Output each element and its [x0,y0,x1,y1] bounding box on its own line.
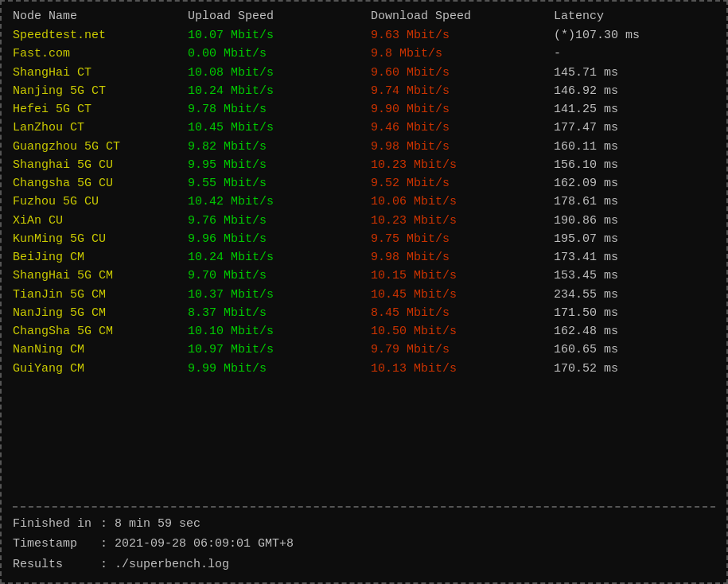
cell-latency: 160.11 ms [554,138,697,156]
cell-download: 9.75 Mbit/s [371,230,554,248]
cell-latency: (*)107.30 ms [554,26,697,45]
cell-name: Shanghai 5G CU [13,156,188,174]
table-row: Shanghai 5G CU9.95 Mbit/s10.23 Mbit/s156… [13,156,715,174]
cell-name: BeiJing CM [13,248,188,267]
cell-download: 9.98 Mbit/s [371,138,554,156]
cell-upload: 9.82 Mbit/s [188,138,371,156]
cell-upload: 10.42 Mbit/s [188,193,371,211]
cell-upload: 10.97 Mbit/s [188,341,371,359]
cell-download: 10.13 Mbit/s [371,360,554,378]
footer-timestamp-label: Timestamp [13,534,100,555]
cell-upload: 9.70 Mbit/s [188,267,371,285]
cell-download: 8.45 Mbit/s [371,304,554,322]
cell-latency: 195.07 ms [554,230,697,248]
footer-finished: Finished in : 8 min 59 sec [13,514,715,535]
footer-finished-label: Finished in [13,514,100,535]
cell-download: 10.23 Mbit/s [371,156,554,174]
table-row: Changsha 5G CU9.55 Mbit/s9.52 Mbit/s162.… [13,174,715,193]
table-row: Fuzhou 5G CU10.42 Mbit/s10.06 Mbit/s178.… [13,193,715,211]
table-row: ChangSha 5G CM10.10 Mbit/s10.50 Mbit/s16… [13,322,715,341]
cell-latency: 234.55 ms [554,286,697,304]
divider [13,506,715,508]
footer-timestamp: Timestamp : 2021-09-28 06:09:01 GMT+8 [13,534,715,555]
footer-timestamp-value: : 2021-09-28 06:09:01 GMT+8 [100,534,294,555]
table-row: TianJin 5G CM10.37 Mbit/s10.45 Mbit/s234… [13,286,715,304]
cell-upload: 10.45 Mbit/s [188,119,371,137]
table-row: NanJing 5G CM8.37 Mbit/s8.45 Mbit/s171.5… [13,304,715,322]
table-row: GuiYang CM9.99 Mbit/s10.13 Mbit/s170.52 … [13,360,715,378]
table-row: ShangHai 5G CM9.70 Mbit/s10.15 Mbit/s153… [13,267,715,285]
cell-latency: 146.92 ms [554,82,697,100]
cell-name: ShangHai CT [13,64,188,82]
footer-results-value: : ./superbench.log [100,555,229,575]
cell-latency: 141.25 ms [554,100,697,119]
cell-latency: 145.71 ms [554,64,697,82]
col-header-name: Node Name [13,10,188,23]
table-row: KunMing 5G CU9.96 Mbit/s9.75 Mbit/s195.0… [13,230,715,248]
cell-upload: 10.24 Mbit/s [188,248,371,267]
cell-download: 9.46 Mbit/s [371,119,554,137]
cell-latency: 162.09 ms [554,174,697,193]
cell-download: 9.8 Mbit/s [371,45,554,63]
table-row: Speedtest.net10.07 Mbit/s9.63 Mbit/s(*)1… [13,26,715,45]
cell-download: 9.79 Mbit/s [371,341,554,359]
cell-upload: 9.96 Mbit/s [188,230,371,248]
col-header-download: Download Speed [371,10,554,23]
cell-latency: 153.45 ms [554,267,697,285]
cell-name: Fuzhou 5G CU [13,193,188,211]
table-row: XiAn CU9.76 Mbit/s10.23 Mbit/s190.86 ms [13,212,715,230]
cell-latency: 173.41 ms [554,248,697,267]
cell-name: XiAn CU [13,212,188,230]
table-row: Fast.com0.00 Mbit/s9.8 Mbit/s- [13,45,715,63]
table-row: ShangHai CT10.08 Mbit/s9.60 Mbit/s145.71… [13,64,715,82]
cell-upload: 10.07 Mbit/s [188,26,371,45]
cell-latency: 162.48 ms [554,322,697,341]
col-header-upload: Upload Speed [188,10,371,23]
cell-latency: - [554,45,697,63]
cell-latency: 160.65 ms [554,341,697,359]
table-row: NanNing CM10.97 Mbit/s9.79 Mbit/s160.65 … [13,341,715,359]
cell-name: Speedtest.net [13,26,188,45]
cell-latency: 156.10 ms [554,156,697,174]
col-header-latency: Latency [554,10,697,23]
footer-finished-value: : 8 min 59 sec [100,514,200,535]
cell-latency: 177.47 ms [554,119,697,137]
cell-upload: 9.99 Mbit/s [188,360,371,378]
cell-upload: 10.24 Mbit/s [188,82,371,100]
cell-upload: 10.10 Mbit/s [188,322,371,341]
table-row: LanZhou CT10.45 Mbit/s9.46 Mbit/s177.47 … [13,119,715,137]
cell-name: ChangSha 5G CM [13,322,188,341]
cell-name: NanNing CM [13,341,188,359]
cell-name: GuiYang CM [13,360,188,378]
cell-upload: 9.78 Mbit/s [188,100,371,119]
cell-download: 10.45 Mbit/s [371,286,554,304]
table-row: Guangzhou 5G CT9.82 Mbit/s9.98 Mbit/s160… [13,138,715,156]
cell-latency: 170.52 ms [554,360,697,378]
cell-download: 9.52 Mbit/s [371,174,554,193]
table-row: Nanjing 5G CT10.24 Mbit/s9.74 Mbit/s146.… [13,82,715,100]
cell-latency: 178.61 ms [554,193,697,211]
cell-name: Guangzhou 5G CT [13,138,188,156]
cell-download: 9.63 Mbit/s [371,26,554,45]
cell-name: Fast.com [13,45,188,63]
cell-download: 10.50 Mbit/s [371,322,554,341]
cell-download: 10.06 Mbit/s [371,193,554,211]
table-row: BeiJing CM10.24 Mbit/s9.98 Mbit/s173.41 … [13,248,715,267]
table-row: Hefei 5G CT9.78 Mbit/s9.90 Mbit/s141.25 … [13,100,715,119]
footer-results: Results : ./superbench.log [13,555,715,575]
speed-table: Node Name Upload Speed Download Speed La… [13,10,715,500]
cell-upload: 10.08 Mbit/s [188,64,371,82]
cell-download: 9.60 Mbit/s [371,64,554,82]
cell-name: Nanjing 5G CT [13,82,188,100]
cell-download: 9.74 Mbit/s [371,82,554,100]
cell-name: Hefei 5G CT [13,100,188,119]
table-body: Speedtest.net10.07 Mbit/s9.63 Mbit/s(*)1… [13,26,715,378]
cell-download: 9.90 Mbit/s [371,100,554,119]
footer-results-label: Results [13,555,100,575]
cell-download: 10.15 Mbit/s [371,267,554,285]
cell-name: ShangHai 5G CM [13,267,188,285]
cell-name: TianJin 5G CM [13,286,188,304]
cell-name: LanZhou CT [13,119,188,137]
cell-upload: 8.37 Mbit/s [188,304,371,322]
main-container: Node Name Upload Speed Download Speed La… [0,0,728,584]
